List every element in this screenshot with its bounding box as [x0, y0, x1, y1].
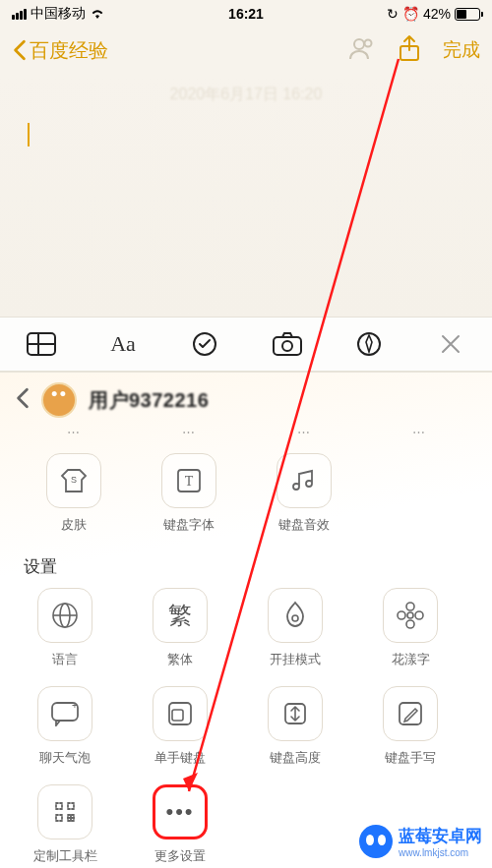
camera-icon[interactable]	[268, 324, 307, 364]
ime-settings-panel: 用户9372216 ⋯⋯⋯⋯ S 皮肤 T 键盘字体 键盘音效 x 设置 语言 …	[0, 372, 492, 868]
wifi-icon	[90, 6, 105, 22]
signal-icon	[12, 9, 27, 20]
tile-traditional[interactable]: 繁 繁体	[131, 588, 229, 668]
svg-rect-7	[274, 337, 301, 355]
watermark-mascot-icon	[359, 825, 393, 858]
svg-point-0	[354, 39, 364, 49]
ime-row-appearance: S 皮肤 T 键盘字体 键盘音效 x	[0, 445, 492, 540]
battery-pct: 42%	[423, 6, 451, 22]
text-cursor	[28, 123, 30, 146]
svg-point-8	[282, 341, 292, 351]
svg-text:T: T	[184, 474, 193, 489]
tile-more-settings[interactable]: ••• 更多设置	[131, 784, 229, 865]
draw-icon[interactable]	[349, 324, 389, 364]
carrier-label: 中国移动	[31, 5, 86, 23]
tile-cheat-mode[interactable]: 开挂模式	[246, 588, 344, 668]
more-icon: •••	[153, 784, 208, 839]
alarm-icon: ⏰	[402, 6, 419, 22]
back-label: 百度经验	[30, 37, 108, 64]
checklist-icon[interactable]	[185, 324, 224, 364]
ime-settings-grid: 语言 繁 繁体 开挂模式 花漾字 + 聊天气泡 单手键盘 键盘高度 键盘手写	[0, 588, 492, 865]
watermark-title: 蓝莓安卓网	[399, 827, 482, 845]
tile-font[interactable]: T 键盘字体	[140, 453, 238, 534]
back-button[interactable]: 百度经验	[12, 37, 108, 64]
done-button[interactable]: 完成	[443, 37, 480, 63]
status-bar: 中国移动 16:21 ↻ ⏰ 42%	[0, 0, 492, 28]
svg-text:+: +	[72, 701, 78, 711]
nav-bar: 百度经验 完成	[0, 28, 492, 73]
collaborator-icon[interactable]	[348, 35, 376, 65]
close-keyboard-icon[interactable]	[431, 324, 470, 364]
tile-custom-toolbar[interactable]: 定制工具栏	[16, 784, 114, 865]
tile-sound[interactable]: 键盘音效	[255, 453, 353, 534]
ime-back-button[interactable]	[16, 385, 30, 416]
svg-point-20	[398, 611, 405, 619]
username: 用户9372216	[89, 387, 209, 414]
tile-chat-bubble[interactable]: + 聊天气泡	[16, 686, 114, 767]
note-editor[interactable]: 2020年6月17日 16:20	[0, 73, 492, 317]
tile-one-hand[interactable]: 单手键盘	[131, 686, 229, 767]
svg-point-1	[365, 40, 372, 47]
tile-language[interactable]: 语言	[16, 588, 114, 668]
table-icon[interactable]	[22, 324, 61, 364]
svg-point-18	[406, 603, 414, 610]
svg-point-21	[415, 611, 423, 619]
svg-point-16	[292, 615, 298, 621]
tile-keyboard-height[interactable]: 键盘高度	[246, 686, 344, 767]
svg-rect-25	[172, 710, 183, 721]
tile-handwriting[interactable]: 键盘手写	[361, 686, 460, 767]
text-format-icon[interactable]: Aa	[103, 324, 143, 364]
svg-text:S: S	[70, 475, 76, 485]
svg-point-19	[406, 620, 414, 628]
watermark: 蓝莓安卓网 www.lmkjst.com	[359, 825, 482, 858]
note-date: 2020年6月17日 16:20	[28, 85, 464, 105]
sync-icon: ↻	[387, 6, 399, 22]
ime-section-title: 设置	[0, 540, 492, 588]
truncated-labels: ⋯⋯⋯⋯	[0, 428, 492, 445]
tile-flower-text[interactable]: 花漾字	[361, 588, 460, 668]
tile-skin[interactable]: S 皮肤	[25, 453, 123, 534]
notes-toolbar: Aa	[0, 317, 492, 372]
clock: 16:21	[228, 6, 264, 22]
share-icon[interactable]	[398, 34, 421, 66]
svg-point-17	[407, 612, 413, 618]
battery-icon	[455, 8, 480, 21]
watermark-url: www.lmkjst.com	[399, 847, 482, 858]
avatar[interactable]	[41, 382, 77, 418]
